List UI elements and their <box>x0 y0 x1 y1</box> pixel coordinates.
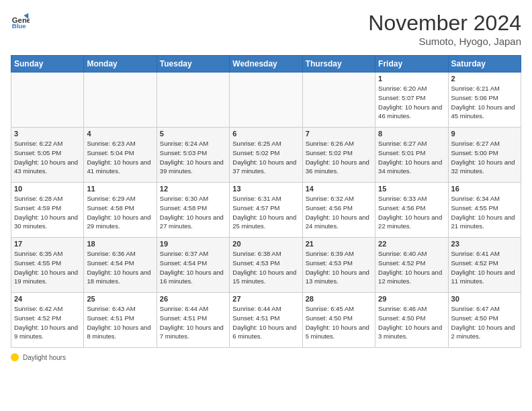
footer: Daylight hours <box>11 353 521 361</box>
col-header-wednesday: Wednesday <box>230 56 302 73</box>
day-number: 8 <box>378 130 445 138</box>
logo: General Blue <box>11 11 30 30</box>
calendar-cell <box>11 73 84 128</box>
day-number: 7 <box>306 130 372 138</box>
day-number: 16 <box>451 185 518 193</box>
day-number: 5 <box>160 130 226 138</box>
day-info: Sunrise: 6:27 AMSunset: 5:01 PMDaylight:… <box>378 139 445 176</box>
day-number: 22 <box>378 240 445 248</box>
calendar-cell: 3Sunrise: 6:22 AMSunset: 5:05 PMDaylight… <box>11 128 84 183</box>
day-info: Sunrise: 6:36 AMSunset: 4:54 PMDaylight:… <box>87 249 153 286</box>
day-info: Sunrise: 6:26 AMSunset: 5:02 PMDaylight:… <box>306 139 372 176</box>
day-info: Sunrise: 6:21 AMSunset: 5:06 PMDaylight:… <box>451 84 518 121</box>
footer-label: Daylight hours <box>23 354 66 361</box>
day-info: Sunrise: 6:22 AMSunset: 5:05 PMDaylight:… <box>14 139 81 176</box>
page-header: General Blue November 2024 Sumoto, Hyogo… <box>11 11 521 47</box>
month-title: November 2024 <box>368 11 521 36</box>
week-row-2: 3Sunrise: 6:22 AMSunset: 5:05 PMDaylight… <box>11 128 521 183</box>
day-info: Sunrise: 6:25 AMSunset: 5:02 PMDaylight:… <box>232 139 299 176</box>
calendar-header: SundayMondayTuesdayWednesdayThursdayFrid… <box>11 56 521 73</box>
calendar-cell <box>157 73 229 128</box>
day-number: 17 <box>14 240 81 248</box>
calendar-cell: 18Sunrise: 6:36 AMSunset: 4:54 PMDayligh… <box>84 238 157 293</box>
calendar-cell: 11Sunrise: 6:29 AMSunset: 4:58 PMDayligh… <box>84 183 157 238</box>
calendar-cell <box>302 73 375 128</box>
day-number: 29 <box>378 295 445 303</box>
svg-text:Blue: Blue <box>12 22 26 30</box>
day-number: 4 <box>87 130 153 138</box>
day-number: 14 <box>306 185 372 193</box>
day-number: 19 <box>160 240 226 248</box>
calendar-cell: 29Sunrise: 6:46 AMSunset: 4:50 PMDayligh… <box>375 293 448 348</box>
col-header-friday: Friday <box>375 56 448 73</box>
week-row-3: 10Sunrise: 6:28 AMSunset: 4:59 PMDayligh… <box>11 183 521 238</box>
day-info: Sunrise: 6:37 AMSunset: 4:54 PMDaylight:… <box>160 249 226 286</box>
calendar-table: SundayMondayTuesdayWednesdayThursdayFrid… <box>11 55 521 348</box>
calendar-cell: 8Sunrise: 6:27 AMSunset: 5:01 PMDaylight… <box>375 128 448 183</box>
calendar-cell: 15Sunrise: 6:33 AMSunset: 4:56 PMDayligh… <box>375 183 448 238</box>
day-info: Sunrise: 6:38 AMSunset: 4:53 PMDaylight:… <box>232 249 299 286</box>
day-info: Sunrise: 6:44 AMSunset: 4:51 PMDaylight:… <box>160 304 226 341</box>
day-number: 12 <box>160 185 226 193</box>
calendar-cell: 5Sunrise: 6:24 AMSunset: 5:03 PMDaylight… <box>157 128 229 183</box>
calendar-cell: 26Sunrise: 6:44 AMSunset: 4:51 PMDayligh… <box>157 293 229 348</box>
day-number: 23 <box>451 240 518 248</box>
calendar-cell: 17Sunrise: 6:35 AMSunset: 4:55 PMDayligh… <box>11 238 84 293</box>
day-number: 15 <box>378 185 445 193</box>
col-header-saturday: Saturday <box>448 56 521 73</box>
day-info: Sunrise: 6:33 AMSunset: 4:56 PMDaylight:… <box>378 194 445 231</box>
day-info: Sunrise: 6:42 AMSunset: 4:52 PMDaylight:… <box>14 304 81 341</box>
day-info: Sunrise: 6:34 AMSunset: 4:55 PMDaylight:… <box>451 194 518 231</box>
calendar-cell: 21Sunrise: 6:39 AMSunset: 4:53 PMDayligh… <box>302 238 375 293</box>
calendar-cell: 4Sunrise: 6:23 AMSunset: 5:04 PMDaylight… <box>84 128 157 183</box>
day-info: Sunrise: 6:39 AMSunset: 4:53 PMDaylight:… <box>306 249 372 286</box>
day-number: 24 <box>14 295 81 303</box>
day-info: Sunrise: 6:24 AMSunset: 5:03 PMDaylight:… <box>160 139 226 176</box>
day-info: Sunrise: 6:46 AMSunset: 4:50 PMDaylight:… <box>378 304 445 341</box>
calendar-cell: 22Sunrise: 6:40 AMSunset: 4:52 PMDayligh… <box>375 238 448 293</box>
calendar-cell: 20Sunrise: 6:38 AMSunset: 4:53 PMDayligh… <box>230 238 302 293</box>
day-info: Sunrise: 6:29 AMSunset: 4:58 PMDaylight:… <box>87 194 153 231</box>
day-info: Sunrise: 6:28 AMSunset: 4:59 PMDaylight:… <box>14 194 81 231</box>
day-number: 6 <box>232 130 299 138</box>
day-number: 26 <box>160 295 226 303</box>
calendar-cell: 14Sunrise: 6:32 AMSunset: 4:56 PMDayligh… <box>302 183 375 238</box>
day-number: 1 <box>378 75 445 83</box>
col-header-tuesday: Tuesday <box>157 56 229 73</box>
day-number: 28 <box>306 295 372 303</box>
day-info: Sunrise: 6:44 AMSunset: 4:51 PMDaylight:… <box>232 304 299 341</box>
col-header-monday: Monday <box>84 56 157 73</box>
day-info: Sunrise: 6:41 AMSunset: 4:52 PMDaylight:… <box>451 249 518 286</box>
calendar-cell: 23Sunrise: 6:41 AMSunset: 4:52 PMDayligh… <box>448 238 521 293</box>
day-info: Sunrise: 6:40 AMSunset: 4:52 PMDaylight:… <box>378 249 445 286</box>
calendar-cell: 10Sunrise: 6:28 AMSunset: 4:59 PMDayligh… <box>11 183 84 238</box>
day-info: Sunrise: 6:35 AMSunset: 4:55 PMDaylight:… <box>14 249 81 286</box>
day-number: 20 <box>232 240 299 248</box>
calendar-cell <box>230 73 302 128</box>
calendar-cell: 25Sunrise: 6:43 AMSunset: 4:51 PMDayligh… <box>84 293 157 348</box>
week-row-1: 1Sunrise: 6:20 AMSunset: 5:07 PMDaylight… <box>11 73 521 128</box>
day-info: Sunrise: 6:43 AMSunset: 4:51 PMDaylight:… <box>87 304 153 341</box>
day-number: 21 <box>306 240 372 248</box>
day-info: Sunrise: 6:45 AMSunset: 4:50 PMDaylight:… <box>306 304 372 341</box>
week-row-4: 17Sunrise: 6:35 AMSunset: 4:55 PMDayligh… <box>11 238 521 293</box>
day-info: Sunrise: 6:23 AMSunset: 5:04 PMDaylight:… <box>87 139 153 176</box>
day-info: Sunrise: 6:31 AMSunset: 4:57 PMDaylight:… <box>232 194 299 231</box>
location: Sumoto, Hyogo, Japan <box>368 36 521 47</box>
calendar-cell: 6Sunrise: 6:25 AMSunset: 5:02 PMDaylight… <box>230 128 302 183</box>
day-number: 18 <box>87 240 153 248</box>
day-number: 27 <box>232 295 299 303</box>
col-header-thursday: Thursday <box>302 56 375 73</box>
calendar-cell: 16Sunrise: 6:34 AMSunset: 4:55 PMDayligh… <box>448 183 521 238</box>
day-info: Sunrise: 6:47 AMSunset: 4:50 PMDaylight:… <box>451 304 518 341</box>
calendar-cell: 1Sunrise: 6:20 AMSunset: 5:07 PMDaylight… <box>375 73 448 128</box>
day-info: Sunrise: 6:20 AMSunset: 5:07 PMDaylight:… <box>378 84 445 121</box>
col-header-sunday: Sunday <box>11 56 84 73</box>
calendar-cell: 2Sunrise: 6:21 AMSunset: 5:06 PMDaylight… <box>448 73 521 128</box>
day-number: 9 <box>451 130 518 138</box>
day-number: 2 <box>451 75 518 83</box>
daylight-dot <box>11 353 19 361</box>
day-number: 13 <box>232 185 299 193</box>
day-info: Sunrise: 6:27 AMSunset: 5:00 PMDaylight:… <box>451 139 518 176</box>
calendar-cell: 13Sunrise: 6:31 AMSunset: 4:57 PMDayligh… <box>230 183 302 238</box>
